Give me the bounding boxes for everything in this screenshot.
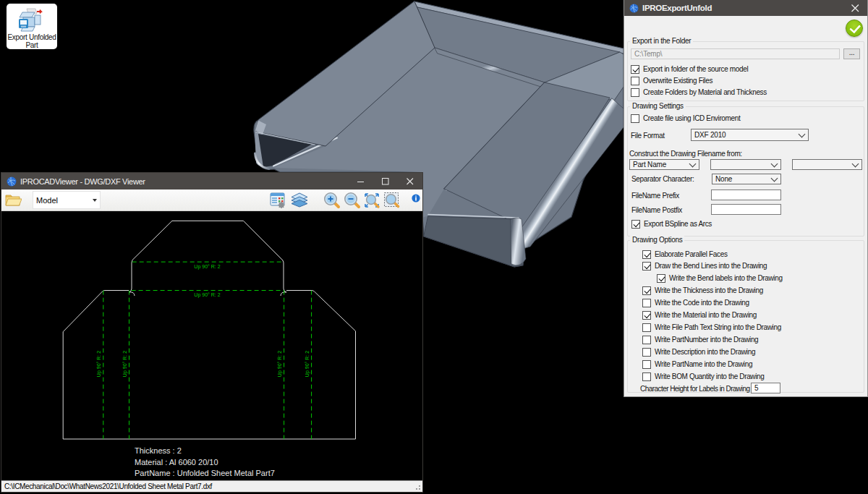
icd-environment-checkbox[interactable] [631, 114, 639, 123]
checkbox[interactable] [642, 311, 651, 320]
checkbox-label: Write File Path Text String into the Dra… [655, 323, 781, 331]
minimize-button[interactable] [349, 173, 373, 189]
checkbox-label: Write Description into the Drawing [655, 348, 755, 356]
combo-arrow-icon [799, 130, 806, 137]
layers-icon[interactable] [291, 192, 308, 209]
checkbox-row[interactable]: Write BOM Quantity into the Drawing [642, 372, 765, 381]
drawing-annotations: Thickness : 2 Material : Al 6060 20/10 P… [135, 446, 275, 477]
export-unfolded-part-icon [17, 7, 46, 33]
checkbox-row[interactable]: Write PartNumber into the Drawing [642, 335, 758, 344]
dialog-close-button[interactable] [843, 0, 867, 17]
zoom-out-icon[interactable] [344, 192, 361, 209]
checkbox-row[interactable]: Write the Material into the Drawing [642, 310, 757, 320]
checkbox[interactable] [657, 274, 665, 283]
checkbox[interactable] [642, 360, 651, 369]
checkbox[interactable] [642, 250, 651, 259]
checkbox-row[interactable]: Elaborate Parallel Faces [642, 250, 728, 259]
export-path-field[interactable]: C:\Temp\ [631, 48, 840, 59]
svg-text:Thickness : 2: Thickness : 2 [135, 446, 182, 455]
close-icon [407, 178, 414, 185]
checkbox-row[interactable]: Overwrite Existing Files [631, 76, 712, 85]
checkbox-label: Write PartName into the Drawing [655, 360, 752, 368]
checkbox[interactable] [642, 323, 651, 332]
filename-part1-combo[interactable]: Part Name [629, 159, 699, 170]
filename-prefix-input[interactable] [711, 189, 781, 200]
checkbox-row[interactable]: Write the Thickness into the Drawing [642, 286, 763, 295]
minimize-icon [357, 178, 365, 185]
checkbox[interactable] [642, 286, 651, 295]
filename-part3-combo[interactable] [792, 159, 862, 170]
filename-part2-combo[interactable] [710, 159, 781, 170]
combo-arrow-icon [771, 174, 778, 182]
combo-arrow-icon [771, 160, 778, 167]
combo-arrow-icon [93, 199, 97, 202]
separator-combo[interactable]: None [712, 174, 781, 184]
char-height-label: Character Height for Labels in Drawing [640, 385, 749, 393]
icd-environment-checkbox-row[interactable]: Create file using ICD Enviroment [631, 114, 740, 123]
char-height-input[interactable]: 5 [751, 383, 780, 393]
zoom-extents-icon[interactable] [363, 192, 380, 209]
checkbox-label: Write the Thickness into the Drawing [655, 286, 763, 294]
export-unfold-dialog: IPROExportUnfold Export in the Folder C:… [624, 0, 868, 397]
checkbox-row[interactable]: Write Description into the Drawing [642, 347, 755, 357]
bspline-checkbox-row[interactable]: Export BSpline as Arcs [631, 219, 712, 229]
svg-text:Up 90° R: 2: Up 90° R: 2 [194, 264, 220, 270]
checkbox-label: Export in folder of the source model [643, 65, 748, 73]
zoom-in-icon[interactable] [323, 192, 341, 209]
app-globe-icon [629, 4, 639, 13]
dialog-body: Export in the Folder C:\Temp\ ... Export… [624, 16, 867, 396]
checkbox-label: Write the Code into the Drawing [655, 299, 749, 307]
checkbox-label: Write BOM Quantity into the Drawing [655, 372, 765, 380]
filename-prefix-label: FileName Prefix [631, 192, 679, 200]
checkbox-label: Overwrite Existing Files [643, 77, 712, 85]
export-button-label: Export Unfolded Part [7, 33, 57, 49]
close-button[interactable] [398, 173, 422, 189]
checkbox-label: Draw the Bend Lines into the Drawing [655, 262, 767, 270]
viewer-titlebar[interactable]: IPROCADViewer - DWG/DXF Viewer [1, 173, 422, 189]
statusbar-file-path: C:\ICMechanical\Doc\WhatNews2021\Unfolde… [4, 482, 212, 490]
checkbox-row[interactable]: Write PartName into the Drawing [642, 359, 752, 369]
dxf-drawing-canvas[interactable]: Up 90° R: 2 Up 90° R: 2 Up 90° R: 2 Up 9… [1, 211, 422, 482]
app-globe-icon [7, 176, 17, 187]
info-icon[interactable] [412, 194, 420, 203]
open-folder-icon[interactable] [4, 192, 22, 209]
checkbox[interactable] [631, 65, 639, 74]
dialog-title: IPROExportUnfold [642, 4, 712, 12]
svg-text:Up 90° R: 2: Up 90° R: 2 [305, 351, 310, 377]
export-unfolded-part-button[interactable]: Export Unfolded Part [7, 4, 57, 49]
checkbox-row[interactable]: Export in folder of the source model [631, 64, 748, 74]
checkbox[interactable] [642, 348, 651, 357]
checkbox[interactable] [642, 262, 651, 271]
filename-postfix-input[interactable] [711, 204, 781, 215]
checkbox[interactable] [642, 372, 651, 381]
checkbox[interactable] [631, 77, 639, 85]
bend-labels: Up 90° R: 2 Up 90° R: 2 Up 90° R: 2 Up 9… [96, 264, 310, 378]
maximize-button[interactable] [373, 173, 398, 189]
checkbox-row[interactable]: Write the Code into the Drawing [642, 298, 749, 307]
print-preview-settings-icon[interactable] [270, 192, 287, 209]
browse-button[interactable]: ... [843, 48, 860, 59]
layout-combo[interactable]: Model [33, 191, 101, 209]
file-format-combo[interactable]: DXF 2010 [691, 129, 809, 141]
filename-postfix-label: FileName Postfix [631, 206, 682, 214]
checkbox-label: Create Folders by Material and Thickness [643, 88, 767, 96]
dialog-titlebar[interactable]: IPROExportUnfold [624, 0, 867, 16]
checkbox[interactable] [642, 336, 651, 344]
svg-text:Up 90° R: 2: Up 90° R: 2 [194, 292, 220, 298]
combo-arrow-icon [689, 160, 697, 167]
checkbox-row[interactable]: Create Folders by Material and Thickness [631, 88, 767, 97]
checkbox-row[interactable]: Write File Path Text String into the Dra… [642, 323, 781, 332]
ok-check-button[interactable] [846, 20, 863, 37]
close-icon [851, 4, 859, 12]
checkbox-row[interactable]: Write the Bend labels into the Drawing [657, 273, 783, 283]
viewer-title: IPROCADViewer - DWG/DXF Viewer [20, 177, 145, 186]
resize-grip[interactable] [414, 483, 421, 490]
checkbox[interactable] [642, 299, 651, 307]
group-drawing-settings [627, 106, 864, 237]
zoom-window-icon[interactable] [383, 192, 401, 209]
checkbox-label: Write PartNumber into the Drawing [655, 336, 758, 344]
checkbox-row[interactable]: Draw the Bend Lines into the Drawing [642, 261, 767, 271]
svg-text:PartName : Unfolded Sheet Meta: PartName : Unfolded Sheet Metal Part7 [135, 469, 275, 477]
bspline-as-arcs-checkbox[interactable] [631, 220, 640, 229]
checkbox[interactable] [631, 88, 639, 97]
